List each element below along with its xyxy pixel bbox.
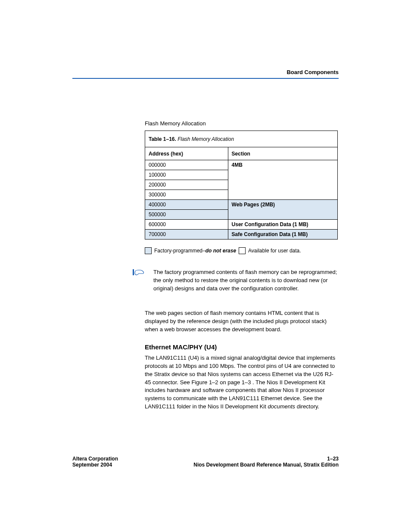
footer-company: Altera Corporation bbox=[72, 456, 118, 462]
cell-section: Web Pages (2MB) bbox=[228, 200, 337, 210]
cell-address: 400000 bbox=[145, 200, 228, 210]
footer-manual-title: Nios Development Board Reference Manual,… bbox=[193, 462, 339, 468]
cell-section: User Configuration Data (1 MB) bbox=[228, 220, 337, 230]
legend-swatch-factory bbox=[145, 247, 152, 254]
table-row: 400000Web Pages (2MB) bbox=[145, 200, 337, 210]
table-row: 100000 bbox=[145, 170, 337, 180]
ethernet-paragraph: The LAN91C111 (U4) is a mixed signal ana… bbox=[145, 354, 339, 411]
svg-rect-0 bbox=[133, 269, 134, 275]
cell-section: 4MB bbox=[228, 160, 337, 170]
th-section: Section bbox=[228, 147, 337, 160]
cell-section: Safe Configuration Data (1 MB) bbox=[228, 230, 337, 240]
sect-p3: directory. bbox=[297, 403, 320, 410]
note-row: The factory programmed contents of flash… bbox=[133, 268, 339, 293]
flash-allocation-table: Table 1–16. Flash Memory Allocation Addr… bbox=[145, 131, 338, 240]
footer-page-number: 1–23 bbox=[327, 456, 339, 462]
body-paragraph: The web pages section of flash memory co… bbox=[145, 309, 339, 334]
cell-address: 100000 bbox=[145, 170, 228, 180]
cell-address: 200000 bbox=[145, 180, 228, 190]
sect-ital: documents bbox=[268, 403, 295, 410]
table-caption-number: Table 1–16. bbox=[149, 136, 176, 142]
cell-section bbox=[228, 210, 337, 220]
ethernet-heading: Ethernet MAC/PHY (U4) bbox=[145, 343, 217, 351]
lead-text: Flash Memory Allocation bbox=[145, 120, 206, 127]
cell-address: 300000 bbox=[145, 190, 228, 200]
note-text: The factory programmed contents of flash… bbox=[153, 268, 339, 293]
table-row: 0000004MB bbox=[145, 160, 337, 170]
header-rule bbox=[72, 78, 339, 79]
cell-address: 700000 bbox=[145, 230, 228, 240]
sect-xref[interactable]: Figure 1–2 on page 1–3 bbox=[191, 379, 251, 386]
cell-address: 500000 bbox=[145, 210, 228, 220]
table-legend: Factory-programmed–do not erase Availabl… bbox=[145, 247, 301, 254]
pointing-hand-icon bbox=[133, 268, 145, 276]
table-caption: Table 1–16. Flash Memory Allocation bbox=[145, 131, 337, 147]
th-address: Address (hex) bbox=[145, 147, 228, 160]
table-row: 600000User Configuration Data (1 MB) bbox=[145, 220, 337, 230]
page-footer: Altera Corporation 1–23 September 2004 N… bbox=[72, 456, 339, 468]
legend-text-available: Available for user data. bbox=[248, 248, 301, 254]
cell-section bbox=[228, 190, 337, 200]
cell-address: 000000 bbox=[145, 160, 228, 170]
cell-section bbox=[228, 180, 337, 190]
table-caption-title: Flash Memory Allocation bbox=[177, 136, 234, 142]
running-header: Board Components bbox=[72, 69, 339, 79]
cell-section bbox=[228, 170, 337, 180]
table-row: 700000Safe Configuration Data (1 MB) bbox=[145, 230, 337, 240]
legend-factory-bold: do not erase bbox=[206, 248, 236, 254]
legend-text-factory: Factory-programmed–do not erase bbox=[154, 248, 236, 254]
cell-address: 600000 bbox=[145, 220, 228, 230]
table-row: 300000 bbox=[145, 190, 337, 200]
header-title: Board Components bbox=[72, 69, 339, 75]
legend-swatch-available bbox=[239, 247, 246, 254]
legend-factory-prefix: Factory-programmed– bbox=[154, 248, 206, 254]
table-row: 200000 bbox=[145, 180, 337, 190]
footer-date: September 2004 bbox=[72, 462, 112, 468]
table-row: 500000 bbox=[145, 210, 337, 220]
